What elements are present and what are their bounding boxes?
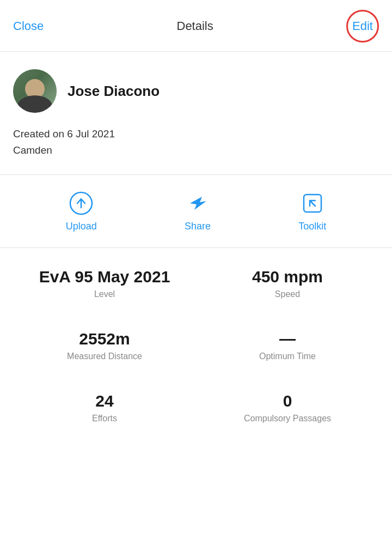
created-date: Created on 6 Jul 2021 bbox=[13, 126, 379, 142]
stat-optimum-time: — Optimum Time bbox=[196, 321, 379, 370]
stats-grid: EvA 95 May 2021 Level 450 mpm Speed 2552… bbox=[13, 259, 379, 432]
stat-efforts-value: 24 bbox=[95, 392, 113, 410]
toolkit-icon bbox=[299, 190, 326, 216]
upload-icon bbox=[68, 190, 94, 216]
profile-name: Jose Diacono bbox=[68, 83, 160, 100]
stat-compulsory-passages: 0 Compulsory Passages bbox=[196, 383, 379, 432]
share-label: Share bbox=[185, 221, 211, 232]
profile-section: Jose Diacono bbox=[0, 52, 392, 126]
stat-level-label: Level bbox=[94, 289, 115, 299]
avatar-image bbox=[13, 69, 57, 113]
upload-label: Upload bbox=[66, 221, 97, 232]
header: Close Details Edit bbox=[0, 0, 392, 52]
stats-section: EvA 95 May 2021 Level 450 mpm Speed 2552… bbox=[0, 248, 392, 443]
share-action[interactable]: Share bbox=[185, 190, 211, 232]
stat-speed: 450 mpm Speed bbox=[196, 259, 379, 308]
stat-distance: 2552m Measured Distance bbox=[13, 321, 196, 370]
avatar bbox=[13, 69, 57, 113]
stat-level: EvA 95 May 2021 Level bbox=[13, 259, 196, 308]
stat-compulsory-passages-label: Compulsory Passages bbox=[244, 414, 331, 423]
upload-action[interactable]: Upload bbox=[66, 190, 97, 232]
stat-speed-label: Speed bbox=[275, 289, 300, 299]
profile-location: Camden bbox=[13, 142, 379, 159]
close-button[interactable]: Close bbox=[13, 19, 44, 33]
stat-compulsory-passages-value: 0 bbox=[283, 392, 292, 410]
stat-speed-value: 450 mpm bbox=[252, 268, 323, 286]
stat-efforts-label: Efforts bbox=[92, 414, 117, 423]
page-title: Details bbox=[177, 19, 213, 33]
stat-optimum-time-label: Optimum Time bbox=[259, 352, 316, 361]
created-section: Created on 6 Jul 2021 Camden bbox=[0, 126, 392, 174]
toolkit-label: Toolkit bbox=[298, 221, 326, 232]
stat-optimum-time-value: — bbox=[279, 330, 296, 348]
toolkit-action[interactable]: Toolkit bbox=[298, 190, 326, 232]
edit-button[interactable]: Edit bbox=[346, 10, 379, 43]
stat-level-value: EvA 95 May 2021 bbox=[39, 268, 170, 286]
stat-distance-label: Measured Distance bbox=[67, 352, 142, 361]
stat-efforts: 24 Efforts bbox=[13, 383, 196, 432]
share-icon bbox=[185, 190, 211, 216]
actions-section: Upload Share Toolkit bbox=[0, 175, 392, 248]
stat-distance-value: 2552m bbox=[79, 330, 130, 348]
